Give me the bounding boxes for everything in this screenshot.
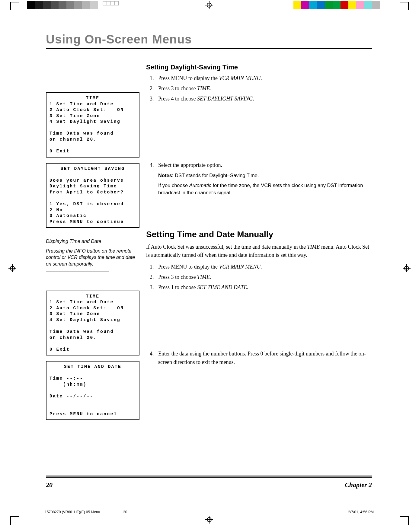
page-title: Using On-Screen Menus [46, 33, 372, 46]
osd-body: Time --:-- (hh:mm) Date --/--/-- Press M… [50, 376, 117, 416]
crop-mark-icon [10, 516, 19, 526]
body-paragraph: If Auto Clock Set was unsuccessful, set … [146, 243, 372, 259]
steps-list-cont: Select the appropriate option. Notes: DS… [155, 161, 372, 197]
divider [46, 272, 109, 272]
step: Press 1 to choose SET TIME AND DATE. [155, 283, 372, 292]
osd-body: 1 Set Time and Date 2 Auto Clock Set: ON… [50, 300, 124, 352]
grayscale-swatches [27, 1, 98, 10]
osd-set-time-date: SET TIME AND DATE Time --:-- (hh:mm) Dat… [46, 361, 139, 420]
crop-mark-icon [408, 2, 409, 11]
sidebar-note-heading: Displaying Time and Date [46, 238, 136, 245]
osd-title: SET DAYLIGHT SAVING [50, 166, 136, 172]
steps-list: Press MENU to display the VCR MAIN MENU.… [155, 74, 372, 103]
crop-mark-icon [400, 516, 409, 526]
production-footer: 15708270 (VR661HF)(E) 05 Menu 20 2/7/01,… [45, 510, 374, 514]
osd-dst-menu: SET DAYLIGHT SAVING Does your area obser… [46, 163, 139, 228]
osd-title: SET TIME AND DATE [50, 364, 136, 370]
osd-time-menu: TIME1 Set Time and Date 2 Auto Clock Set… [46, 92, 139, 158]
steps-list-cont: Enter the data using the number buttons.… [155, 350, 372, 367]
step: Enter the data using the number buttons.… [155, 350, 372, 367]
prod-doc: 15708270 (VR661HF)(E) 05 Menu [45, 510, 123, 514]
step: Press MENU to display the VCR MAIN MENU. [155, 74, 372, 83]
footer-rule [46, 477, 372, 478]
crop-mark-icon [10, 2, 19, 11]
sidebar-note: Displaying Time and Date Pressing the IN… [46, 238, 139, 272]
title-rule [46, 50, 372, 50]
step: Press MENU to display the VCR MAIN MENU. [155, 263, 372, 271]
notes-block: Notes: DST stands for Daylight–Saving Ti… [158, 172, 372, 197]
registration-mark-icon [8, 264, 16, 273]
osd-time-menu-2: TIME1 Set Time and Date 2 Auto Clock Set… [46, 291, 139, 356]
osd-title: TIME [50, 294, 136, 300]
color-swatches [293, 1, 380, 10]
osd-title: TIME [50, 95, 136, 101]
section-heading: Setting Time and Date Manually [146, 230, 372, 239]
osd-body: 1 Set Time and Date 2 Auto Clock Set: ON… [50, 102, 124, 154]
prod-date: 2/7/01, 4:56 PM [348, 510, 374, 514]
step: Press 3 to choose TIME. [155, 84, 372, 93]
steps-list: Press MENU to display the VCR MAIN MENU.… [155, 263, 372, 292]
printer-marks-top [0, 0, 419, 12]
main-column: Setting Daylight-Saving Time Press MENU … [139, 63, 372, 425]
sidebar-column: TIME1 Set Time and Date 2 Auto Clock Set… [46, 63, 139, 425]
registration-mark-icon [205, 516, 213, 525]
page-content: Using On-Screen Menus TIME1 Set Time and… [46, 33, 372, 425]
step: Press 3 to choose TIME. [155, 273, 372, 282]
page-number: 20 [46, 481, 53, 489]
registration-mark-icon [205, 1, 213, 10]
prod-page: 20 [123, 510, 153, 514]
paper-swatches [103, 1, 118, 7]
sidebar-note-body: Pressing the INFO button on the remote c… [46, 248, 136, 267]
registration-mark-icon [403, 264, 411, 273]
title-rule [46, 48, 372, 49]
step: Press 4 to choose SET DAYLIGHT SAVING. [155, 95, 372, 103]
chapter-label: Chapter 2 [345, 481, 372, 489]
osd-body: Does your area observe Daylight Saving T… [50, 178, 124, 224]
footer-rule [46, 476, 372, 476]
section-heading: Setting Daylight-Saving Time [146, 63, 372, 71]
step: Select the appropriate option. Notes: DS… [155, 161, 372, 197]
